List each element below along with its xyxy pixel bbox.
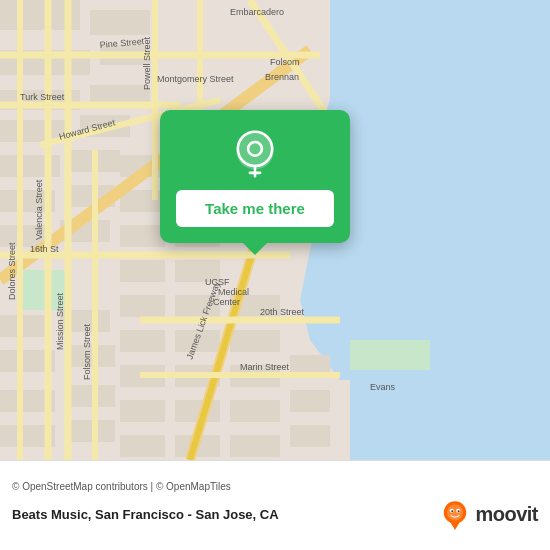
svg-text:Turk Street: Turk Street <box>20 92 65 102</box>
svg-text:20th Street: 20th Street <box>260 307 305 317</box>
svg-text:Folsom Street: Folsom Street <box>82 323 92 380</box>
popup-card: Take me there <box>160 110 350 243</box>
svg-rect-31 <box>120 295 165 317</box>
svg-text:Montgomery Street: Montgomery Street <box>157 74 234 84</box>
svg-rect-29 <box>120 225 165 247</box>
location-info: Beats Music, San Francisco - San Jose, C… <box>12 498 538 530</box>
attribution-text: © OpenStreetMap contributors | © OpenMap… <box>12 481 231 492</box>
svg-rect-30 <box>120 260 165 282</box>
svg-text:Marin Street: Marin Street <box>240 362 290 372</box>
svg-text:Folsom: Folsom <box>270 57 300 67</box>
svg-marker-2 <box>350 380 550 460</box>
svg-text:Powell Street: Powell Street <box>142 36 152 90</box>
app: Pine Street Turk Street Howard Street Va… <box>0 0 550 550</box>
svg-rect-52 <box>290 425 330 447</box>
svg-rect-24 <box>65 385 115 407</box>
svg-rect-32 <box>120 330 165 352</box>
moovit-logo: moovit <box>439 498 538 530</box>
moovit-brand-text: moovit <box>475 503 538 526</box>
svg-point-99 <box>458 510 460 512</box>
svg-text:16th St: 16th St <box>30 244 59 254</box>
svg-text:Dolores Street: Dolores Street <box>7 242 17 300</box>
svg-rect-4 <box>350 340 430 370</box>
location-text: Beats Music, San Francisco - San Jose, C… <box>12 507 279 522</box>
svg-rect-47 <box>230 400 280 422</box>
footer: © OpenStreetMap contributors | © OpenMap… <box>0 460 550 550</box>
attribution: © OpenStreetMap contributors | © OpenMap… <box>12 481 538 492</box>
svg-rect-49 <box>230 435 280 457</box>
moovit-mascot-icon <box>439 498 471 530</box>
svg-rect-51 <box>290 390 330 412</box>
svg-point-95 <box>447 504 463 520</box>
svg-rect-43 <box>230 330 280 352</box>
svg-rect-35 <box>120 435 165 457</box>
svg-marker-100 <box>451 522 461 530</box>
svg-rect-26 <box>65 420 115 442</box>
svg-text:Brennan: Brennan <box>265 72 299 82</box>
svg-text:Medical: Medical <box>218 287 249 297</box>
take-me-there-button[interactable]: Take me there <box>176 190 334 227</box>
svg-rect-19 <box>0 315 50 337</box>
map-container: Pine Street Turk Street Howard Street Va… <box>0 0 550 460</box>
svg-rect-6 <box>90 10 150 35</box>
svg-text:Valencia Street: Valencia Street <box>34 179 44 240</box>
svg-text:Evans: Evans <box>370 382 396 392</box>
svg-point-98 <box>452 510 454 512</box>
svg-text:Mission Street: Mission Street <box>55 292 65 350</box>
svg-text:Embarcadero: Embarcadero <box>230 7 284 17</box>
location-pin-icon <box>231 130 279 178</box>
svg-text:Center: Center <box>213 297 240 307</box>
svg-rect-34 <box>120 400 165 422</box>
